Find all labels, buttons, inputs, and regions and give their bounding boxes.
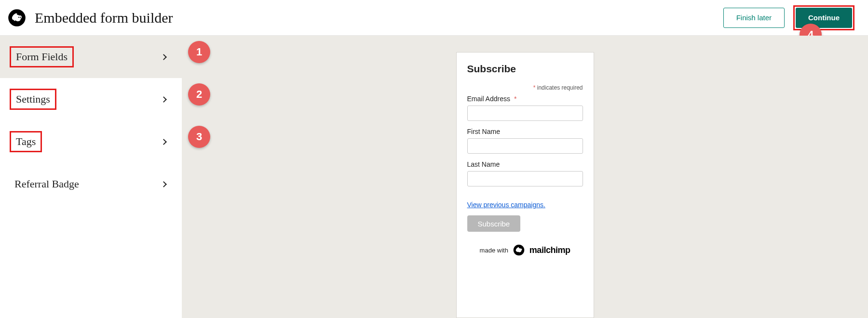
app-header: Embedded form builder Finish later Conti… — [0, 0, 868, 36]
form-preview-card: Subscribe * indicates required Email Add… — [456, 52, 594, 318]
last-name-label: Last Name — [467, 160, 583, 168]
header-left: Embedded form builder — [8, 9, 173, 27]
chevron-right-icon — [161, 54, 167, 60]
view-previous-campaigns-link[interactable]: View previous campaigns. — [467, 201, 545, 209]
sidebar: Form Fields Settings Tags Referral Badge — [0, 36, 182, 318]
svg-point-1 — [18, 16, 19, 17]
required-note-text: indicates required — [537, 84, 583, 91]
subscribe-button[interactable]: Subscribe — [467, 215, 521, 232]
required-note: * indicates required — [467, 84, 583, 91]
sidebar-item-label: Settings — [10, 89, 56, 110]
continue-button[interactable]: Continue — [796, 8, 852, 28]
header-actions: Finish later Continue 4 — [723, 5, 854, 30]
sidebar-item-referral-badge[interactable]: Referral Badge — [0, 163, 182, 205]
svg-point-2 — [20, 16, 21, 17]
made-with-text: made with — [480, 247, 508, 254]
chevron-right-icon — [161, 96, 167, 103]
mailchimp-mark-icon — [513, 244, 525, 256]
callout-badge-3: 3 — [188, 126, 210, 148]
form-title: Subscribe — [467, 63, 583, 75]
page-title: Embedded form builder — [35, 10, 173, 26]
first-name-label: First Name — [467, 128, 583, 135]
workspace: Form Fields Settings Tags Referral Badge… — [0, 36, 868, 318]
sidebar-item-label: Tags — [10, 131, 42, 152]
callout-badge-1: 1 — [188, 41, 210, 63]
made-with-badge: made with mailchimp — [467, 244, 583, 256]
email-label: Email Address * — [467, 95, 583, 103]
email-label-text: Email Address — [467, 95, 510, 103]
mailchimp-wordmark: mailchimp — [529, 245, 570, 255]
sidebar-item-tags[interactable]: Tags — [0, 120, 182, 163]
finish-later-button[interactable]: Finish later — [723, 8, 785, 28]
field-first-name: First Name — [467, 128, 583, 154]
asterisk-icon: * — [533, 84, 536, 91]
sidebar-item-label: Referral Badge — [10, 175, 84, 193]
field-email: Email Address * — [467, 95, 583, 121]
mailchimp-logo-icon — [8, 9, 26, 27]
callout-badge-2: 2 — [188, 83, 210, 106]
chevron-right-icon — [161, 181, 167, 187]
last-name-input[interactable] — [467, 171, 583, 186]
first-name-input[interactable] — [467, 138, 583, 154]
sidebar-item-label: Form Fields — [10, 46, 74, 67]
sidebar-item-form-fields[interactable]: Form Fields — [0, 36, 182, 78]
asterisk-icon: * — [514, 95, 516, 103]
chevron-right-icon — [161, 139, 167, 145]
preview-area: 1 2 3 Subscribe * indicates required Ema… — [182, 36, 868, 318]
sidebar-item-settings[interactable]: Settings — [0, 78, 182, 120]
email-input[interactable] — [467, 106, 583, 121]
field-last-name: Last Name — [467, 160, 583, 186]
